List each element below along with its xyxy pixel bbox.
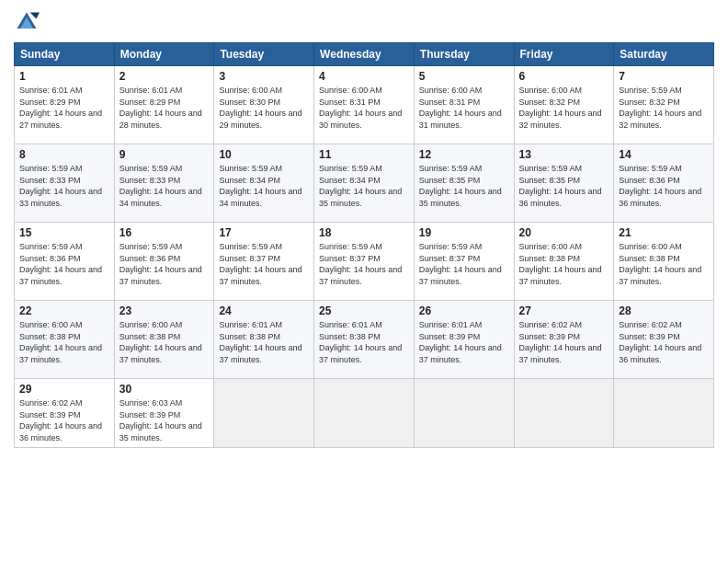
- day-info: Sunrise: 6:00 AMSunset: 8:31 PMDaylight:…: [419, 86, 502, 130]
- day-info: Sunrise: 5:59 AMSunset: 8:32 PMDaylight:…: [619, 86, 701, 130]
- calendar-cell: [614, 379, 714, 448]
- day-info: Sunrise: 5:59 AMSunset: 8:36 PMDaylight:…: [19, 242, 102, 286]
- day-number: 11: [319, 148, 409, 161]
- calendar-cell: 30Sunrise: 6:03 AMSunset: 8:39 PMDayligh…: [114, 379, 214, 448]
- calendar-cell: 11Sunrise: 5:59 AMSunset: 8:34 PMDayligh…: [314, 144, 415, 223]
- day-info: Sunrise: 6:00 AMSunset: 8:30 PMDaylight:…: [219, 86, 301, 130]
- day-number: 25: [319, 304, 409, 317]
- day-info: Sunrise: 5:59 AMSunset: 8:35 PMDaylight:…: [419, 164, 502, 208]
- day-number: 7: [619, 70, 709, 83]
- calendar-cell: 3Sunrise: 6:00 AMSunset: 8:30 PMDaylight…: [214, 66, 314, 144]
- day-info: Sunrise: 5:59 AMSunset: 8:33 PMDaylight:…: [19, 164, 102, 208]
- logo-icon: [14, 9, 40, 35]
- calendar-week: 22Sunrise: 6:00 AMSunset: 8:38 PMDayligh…: [15, 301, 714, 379]
- day-info: Sunrise: 6:00 AMSunset: 8:38 PMDaylight:…: [619, 242, 701, 286]
- calendar-week: 8Sunrise: 5:59 AMSunset: 8:33 PMDaylight…: [15, 144, 714, 223]
- svg-marker-2: [30, 13, 40, 19]
- day-info: Sunrise: 5:59 AMSunset: 8:36 PMDaylight:…: [619, 164, 701, 208]
- calendar-cell: 27Sunrise: 6:02 AMSunset: 8:39 PMDayligh…: [514, 301, 614, 379]
- day-number: 20: [519, 226, 609, 239]
- day-info: Sunrise: 6:02 AMSunset: 8:39 PMDaylight:…: [619, 320, 701, 364]
- day-info: Sunrise: 6:01 AMSunset: 8:39 PMDaylight:…: [419, 320, 502, 364]
- day-of-week-header: Tuesday: [214, 43, 314, 66]
- day-info: Sunrise: 6:02 AMSunset: 8:39 PMDaylight:…: [519, 320, 602, 364]
- calendar-cell: 1Sunrise: 6:01 AMSunset: 8:29 PMDaylight…: [15, 66, 115, 144]
- day-number: 22: [19, 304, 109, 317]
- calendar-cell: 10Sunrise: 5:59 AMSunset: 8:34 PMDayligh…: [214, 144, 314, 223]
- calendar-cell: 21Sunrise: 6:00 AMSunset: 8:38 PMDayligh…: [614, 223, 714, 301]
- calendar-cell: 9Sunrise: 5:59 AMSunset: 8:33 PMDaylight…: [114, 144, 214, 223]
- day-info: Sunrise: 5:59 AMSunset: 8:36 PMDaylight:…: [119, 242, 202, 286]
- day-info: Sunrise: 6:01 AMSunset: 8:38 PMDaylight:…: [319, 320, 402, 364]
- day-number: 24: [219, 304, 309, 317]
- calendar-cell: 24Sunrise: 6:01 AMSunset: 8:38 PMDayligh…: [214, 301, 314, 379]
- day-of-week-header: Saturday: [614, 43, 714, 66]
- day-number: 14: [619, 148, 709, 161]
- calendar-cell: 18Sunrise: 5:59 AMSunset: 8:37 PMDayligh…: [314, 223, 415, 301]
- page: SundayMondayTuesdayWednesdayThursdayFrid…: [0, 0, 728, 563]
- calendar-cell: [214, 379, 314, 448]
- day-number: 18: [319, 226, 409, 239]
- day-number: 1: [19, 70, 109, 83]
- day-number: 2: [119, 70, 210, 83]
- day-of-week-header: Sunday: [15, 43, 115, 66]
- calendar-cell: [514, 379, 614, 448]
- day-info: Sunrise: 5:59 AMSunset: 8:37 PMDaylight:…: [319, 242, 402, 286]
- day-info: Sunrise: 5:59 AMSunset: 8:37 PMDaylight:…: [419, 242, 502, 286]
- day-number: 8: [19, 148, 109, 161]
- calendar: SundayMondayTuesdayWednesdayThursdayFrid…: [14, 42, 714, 448]
- day-info: Sunrise: 5:59 AMSunset: 8:33 PMDaylight:…: [119, 164, 202, 208]
- calendar-week: 29Sunrise: 6:02 AMSunset: 8:39 PMDayligh…: [15, 379, 714, 448]
- day-number: 12: [419, 148, 509, 161]
- calendar-cell: 4Sunrise: 6:00 AMSunset: 8:31 PMDaylight…: [314, 66, 415, 144]
- day-number: 21: [619, 226, 709, 239]
- logo: [14, 9, 43, 35]
- day-of-week-header: Wednesday: [314, 43, 415, 66]
- day-number: 23: [119, 304, 210, 317]
- day-number: 26: [419, 304, 509, 317]
- calendar-cell: 20Sunrise: 6:00 AMSunset: 8:38 PMDayligh…: [514, 223, 614, 301]
- day-info: Sunrise: 5:59 AMSunset: 8:34 PMDaylight:…: [319, 164, 402, 208]
- day-of-week-header: Friday: [514, 43, 614, 66]
- day-number: 29: [19, 383, 109, 396]
- day-number: 17: [219, 226, 309, 239]
- calendar-cell: 26Sunrise: 6:01 AMSunset: 8:39 PMDayligh…: [414, 301, 514, 379]
- day-of-week-header: Thursday: [414, 43, 514, 66]
- calendar-cell: 19Sunrise: 5:59 AMSunset: 8:37 PMDayligh…: [414, 223, 514, 301]
- day-info: Sunrise: 6:01 AMSunset: 8:29 PMDaylight:…: [119, 86, 202, 130]
- calendar-cell: 7Sunrise: 5:59 AMSunset: 8:32 PMDaylight…: [614, 66, 714, 144]
- day-number: 16: [119, 226, 210, 239]
- day-info: Sunrise: 5:59 AMSunset: 8:34 PMDaylight:…: [219, 164, 301, 208]
- calendar-week: 15Sunrise: 5:59 AMSunset: 8:36 PMDayligh…: [15, 223, 714, 301]
- day-info: Sunrise: 5:59 AMSunset: 8:37 PMDaylight:…: [219, 242, 301, 286]
- calendar-cell: [314, 379, 415, 448]
- calendar-cell: 15Sunrise: 5:59 AMSunset: 8:36 PMDayligh…: [15, 223, 115, 301]
- day-info: Sunrise: 6:01 AMSunset: 8:29 PMDaylight:…: [19, 86, 102, 130]
- calendar-cell: 5Sunrise: 6:00 AMSunset: 8:31 PMDaylight…: [414, 66, 514, 144]
- day-info: Sunrise: 6:00 AMSunset: 8:38 PMDaylight:…: [119, 320, 202, 364]
- day-number: 9: [119, 148, 210, 161]
- calendar-cell: 8Sunrise: 5:59 AMSunset: 8:33 PMDaylight…: [15, 144, 115, 223]
- day-info: Sunrise: 6:00 AMSunset: 8:38 PMDaylight:…: [19, 320, 102, 364]
- day-number: 6: [519, 70, 609, 83]
- calendar-week: 1Sunrise: 6:01 AMSunset: 8:29 PMDaylight…: [15, 66, 714, 144]
- day-number: 27: [519, 304, 609, 317]
- calendar-cell: 25Sunrise: 6:01 AMSunset: 8:38 PMDayligh…: [314, 301, 415, 379]
- calendar-cell: 17Sunrise: 5:59 AMSunset: 8:37 PMDayligh…: [214, 223, 314, 301]
- day-number: 15: [19, 226, 109, 239]
- calendar-cell: 22Sunrise: 6:00 AMSunset: 8:38 PMDayligh…: [15, 301, 115, 379]
- day-number: 19: [419, 226, 509, 239]
- calendar-cell: 16Sunrise: 5:59 AMSunset: 8:36 PMDayligh…: [114, 223, 214, 301]
- day-number: 4: [319, 70, 409, 83]
- calendar-cell: 14Sunrise: 5:59 AMSunset: 8:36 PMDayligh…: [614, 144, 714, 223]
- day-info: Sunrise: 6:00 AMSunset: 8:38 PMDaylight:…: [519, 242, 602, 286]
- calendar-cell: 6Sunrise: 6:00 AMSunset: 8:32 PMDaylight…: [514, 66, 614, 144]
- calendar-cell: 23Sunrise: 6:00 AMSunset: 8:38 PMDayligh…: [114, 301, 214, 379]
- calendar-cell: 12Sunrise: 5:59 AMSunset: 8:35 PMDayligh…: [414, 144, 514, 223]
- day-of-week-row: SundayMondayTuesdayWednesdayThursdayFrid…: [15, 43, 714, 66]
- header: [14, 9, 714, 35]
- day-of-week-header: Monday: [114, 43, 214, 66]
- day-info: Sunrise: 6:01 AMSunset: 8:38 PMDaylight:…: [219, 320, 301, 364]
- day-number: 13: [519, 148, 609, 161]
- day-number: 30: [119, 383, 210, 396]
